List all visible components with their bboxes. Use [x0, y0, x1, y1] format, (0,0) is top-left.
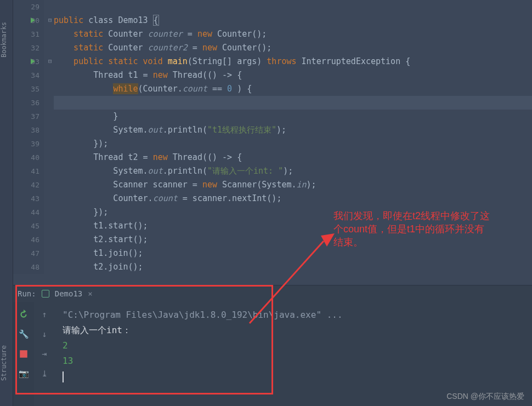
run-toolbar-secondary: ↑ ↓ ⇥ ⤓ [34, 302, 55, 406]
console-line: 2 [63, 338, 524, 353]
line-number: 33 [13, 55, 44, 68]
line-number: 47 [13, 247, 44, 260]
wrench-icon[interactable]: 🔧 [19, 329, 29, 339]
line-number: 43 [13, 192, 44, 205]
run-tool-window: Run: Demo13 × 🔧 📷 ↑ ↓ ⇥ ⤓ "C:\Program Fi… [13, 285, 532, 406]
tool-window-bar: Bookmarks Structure [0, 0, 13, 406]
run-gutter-icon[interactable] [31, 18, 35, 23]
line-number: 38 [13, 123, 44, 137]
line-number: 40 [13, 151, 44, 164]
line-number: 48 [13, 260, 44, 274]
structure-tool-label[interactable]: Structure [0, 345, 8, 381]
console-cursor-line [63, 369, 524, 384]
console-line: 请输入一个int： [63, 323, 524, 338]
stop-icon[interactable] [19, 349, 29, 359]
line-number: 45 [13, 219, 44, 233]
console-line: 13 [63, 353, 524, 369]
line-number: 34 [13, 68, 44, 82]
svg-rect-0 [20, 350, 27, 358]
up-arrow-icon[interactable]: ↑ [42, 310, 47, 319]
run-gutter-icon[interactable] [31, 59, 35, 64]
fold-icon[interactable]: ⊟ [48, 58, 54, 63]
run-header: Run: Demo13 × [13, 285, 532, 302]
line-number: 42 [13, 178, 44, 192]
line-number: 41 [13, 164, 44, 178]
line-number: 29 [13, 0, 44, 14]
scroll-to-end-icon[interactable]: ⤓ [41, 369, 48, 379]
fold-icon[interactable]: ⊟ [48, 16, 54, 22]
line-number: 46 [13, 233, 44, 247]
camera-icon[interactable]: 📷 [19, 369, 29, 379]
line-number: 44 [13, 205, 44, 219]
watermark: CSDN @你不应该热爱 [446, 392, 524, 402]
run-tab-icon [42, 290, 49, 298]
run-toolbar-primary: 🔧 📷 [13, 302, 34, 406]
line-number: 37 [13, 110, 44, 123]
rerun-icon[interactable] [19, 310, 29, 319]
close-icon[interactable]: × [88, 285, 92, 302]
line-number: 35 [13, 82, 44, 96]
line-number: 31 [13, 27, 44, 41]
editor-gutter: 2930313233343536373839404142434445464748 [13, 0, 44, 274]
console-output[interactable]: "C:\Program Files\Java\jdk1.8.0_192\bin\… [55, 302, 532, 406]
line-number: 32 [13, 41, 44, 55]
line-number: 30 [13, 14, 44, 27]
annotation-text: 我们发现，即使在t2线程中修改了这 个count值，但是t1中的循环并没有 结束… [333, 209, 520, 249]
bookmarks-tool-label[interactable]: Bookmarks [0, 22, 8, 58]
run-tab-title[interactable]: Demo13 [55, 285, 83, 302]
console-line: "C:\Program Files\Java\jdk1.8.0_192\bin\… [63, 307, 524, 323]
down-arrow-icon[interactable]: ↓ [42, 329, 47, 339]
soft-wrap-icon[interactable]: ⇥ [42, 349, 47, 359]
line-number: 36 [13, 96, 44, 110]
run-label: Run: [18, 285, 36, 302]
line-number: 39 [13, 137, 44, 151]
